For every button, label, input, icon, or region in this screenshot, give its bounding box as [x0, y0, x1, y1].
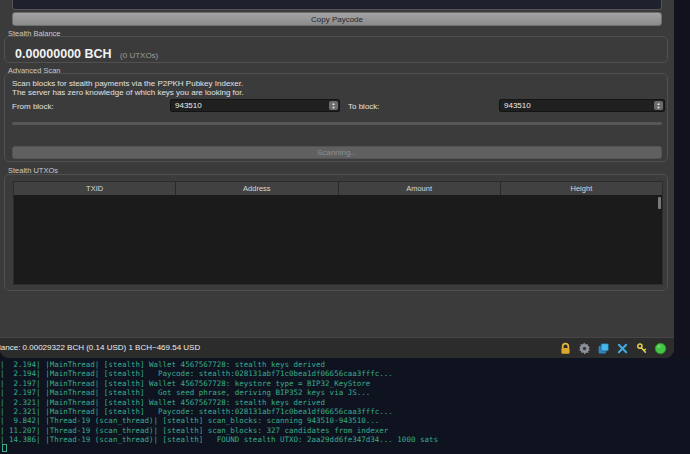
- column-header-height[interactable]: Height: [501, 182, 662, 195]
- stealth-utxos-table: TXID Address Amount Height: [13, 181, 663, 285]
- console-log-line: | 2.321| |MainThread| [stealth] Paycode:…: [0, 407, 690, 416]
- utxo-table-header: TXID Address Amount Height: [14, 182, 662, 195]
- scan-description-line2: The server has zero knowledge of which k…: [12, 88, 244, 97]
- console-log-line: | 2.197| |MainThread| [stealth] Wallet 4…: [0, 379, 690, 388]
- scan-progress-bar: [12, 122, 662, 125]
- wallet-window: Copy Paycode Stealth Balance 0.00000000 …: [0, 0, 674, 358]
- utxo-table-scrollbar[interactable]: [658, 197, 661, 209]
- from-block-value: 943510: [175, 101, 202, 110]
- balance-status-text: lance: 0.00029322 BCH (0.14 USD) 1 BCH~4…: [0, 343, 200, 352]
- column-header-txid[interactable]: TXID: [14, 182, 176, 195]
- to-block-label: To block:: [348, 102, 380, 111]
- key-icon[interactable]: [634, 341, 648, 355]
- console-log-line: | 11.207| |Thread-19 (scan_thread)| [ste…: [0, 426, 690, 435]
- stealth-balance-group: 0.00000000 BCH (0 UTXOs): [4, 36, 668, 63]
- to-block-value: 943510: [504, 101, 531, 110]
- console-log-line: | 2.194| |MainThread| [stealth] Wallet 4…: [0, 360, 690, 369]
- from-block-spinner[interactable]: ▲▼: [329, 101, 338, 110]
- network-status-light[interactable]: [653, 341, 667, 355]
- console-log-line: | 2.197| |MainThread| [stealth] Got seed…: [0, 388, 690, 397]
- copy-paycode-button[interactable]: Copy Paycode: [12, 12, 662, 26]
- status-bar: lance: 0.00029322 BCH (0.14 USD) 1 BCH~4…: [0, 337, 674, 358]
- advanced-scan-group: Scan blocks for stealth payments via the…: [4, 73, 668, 162]
- to-block-spinner[interactable]: ▲▼: [654, 101, 663, 110]
- column-header-amount[interactable]: Amount: [339, 182, 501, 195]
- console-log-line: | 14.386| |Thread-19 (scan_thread)| [ste…: [0, 435, 690, 444]
- preferences-gear-icon[interactable]: [577, 341, 591, 355]
- scan-button[interactable]: Scanning...: [12, 146, 662, 159]
- tools-icon[interactable]: [615, 341, 629, 355]
- scan-description-line1: Scan blocks for stealth payments via the…: [12, 79, 243, 88]
- console-log-line: | 2.321| |MainThread| [stealth] Wallet 4…: [0, 398, 690, 407]
- from-block-label: From block:: [12, 102, 54, 111]
- console-log-line: | 9.842| |Thread-19 (scan_thread)| [stea…: [0, 416, 690, 425]
- stealth-balance-utxo-count: (0 UTXOs): [120, 51, 158, 60]
- column-header-address[interactable]: Address: [176, 182, 338, 195]
- stealth-utxos-group: TXID Address Amount Height: [4, 174, 668, 291]
- paycode-field[interactable]: [12, 0, 662, 10]
- console-log-line: | 2.194| |MainThread| [stealth] Paycode:…: [0, 369, 690, 378]
- from-block-spinbox[interactable]: 943510 ▲▼: [170, 99, 340, 112]
- seed-icon[interactable]: [596, 341, 610, 355]
- console-cursor: [2, 444, 7, 452]
- stealth-balance-amount: 0.00000000 BCH: [15, 47, 112, 61]
- to-block-spinbox[interactable]: 943510 ▲▼: [499, 99, 665, 112]
- lock-icon[interactable]: [558, 341, 572, 355]
- console-log: | 2.194| |MainThread| [stealth] Wallet 4…: [0, 358, 690, 454]
